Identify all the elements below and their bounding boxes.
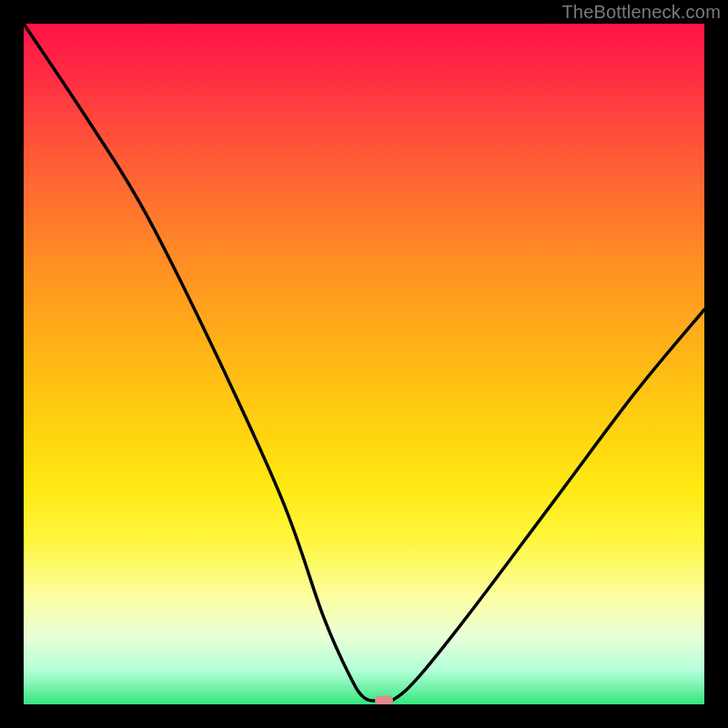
chart-frame: TheBottleneck.com xyxy=(0,0,728,728)
bottleneck-curve xyxy=(24,24,704,704)
plot-area xyxy=(24,24,704,704)
optimal-point-marker xyxy=(375,696,393,704)
watermark-text: TheBottleneck.com xyxy=(561,2,721,23)
